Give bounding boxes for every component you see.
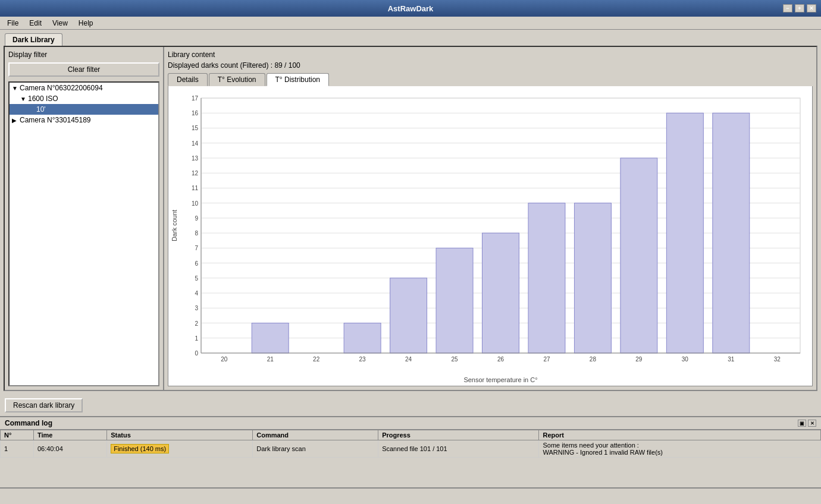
log-ctrl-2[interactable]: ✕ — [808, 420, 816, 427]
command-log-label: Command log — [5, 419, 52, 427]
svg-text:10: 10 — [192, 200, 199, 207]
svg-text:Sensor temperature in C°: Sensor temperature in C° — [463, 376, 537, 383]
title-bar: AstRawDark − + ✕ — [0, 0, 821, 17]
app-title: AstRawDark — [388, 4, 434, 13]
col-progress: Progress — [378, 430, 539, 440]
main-content: Display filter Clear filter ▼Camera N°06… — [0, 46, 821, 416]
svg-text:22: 22 — [313, 356, 320, 363]
maximize-button[interactable]: + — [795, 4, 804, 12]
log-cell-progress: Scanned file 101 / 101 — [378, 440, 539, 458]
tree-label-0: Camera N°063022006094 — [20, 84, 103, 92]
chart-tab-strip: Details T° Evolution T° Distribution — [168, 73, 813, 86]
svg-text:9: 9 — [195, 215, 198, 222]
svg-text:25: 25 — [451, 356, 458, 363]
svg-text:17: 17 — [192, 95, 199, 102]
svg-text:16: 16 — [192, 110, 199, 116]
svg-text:2: 2 — [195, 320, 198, 327]
tab-details[interactable]: Details — [168, 73, 208, 86]
tree-expander-1[interactable]: ▼ — [20, 96, 26, 102]
command-log-header: Command log ▣ ✕ — [0, 417, 821, 430]
tree-expander-0[interactable]: ▼ — [12, 85, 18, 92]
content-area: Display filter Clear filter ▼Camera N°06… — [4, 46, 817, 391]
title-bar-controls: − + ✕ — [783, 4, 816, 12]
tree-item-0[interactable]: ▼Camera N°063022006094 — [10, 83, 158, 93]
svg-text:15: 15 — [192, 125, 199, 131]
svg-rect-37 — [252, 323, 289, 353]
col-command: Command — [253, 430, 378, 440]
svg-text:27: 27 — [543, 356, 550, 363]
tree-view[interactable]: ▼Camera N°063022006094▼1600 ISO10'▶Camer… — [8, 81, 159, 386]
svg-rect-43 — [574, 203, 611, 353]
chart-container: 0123456789101112131415161720212223242526… — [168, 86, 813, 386]
svg-text:12: 12 — [192, 170, 199, 177]
menu-file[interactable]: File — [2, 18, 23, 29]
svg-text:8: 8 — [195, 230, 198, 237]
svg-text:Dark count: Dark count — [171, 210, 178, 241]
col-time: Time — [33, 430, 106, 440]
clear-filter-button[interactable]: Clear filter — [8, 62, 159, 77]
log-controls: ▣ ✕ — [798, 420, 816, 427]
bottom-bar: Rescan dark library — [0, 395, 821, 416]
svg-rect-45 — [666, 113, 703, 353]
svg-text:29: 29 — [635, 356, 643, 363]
distribution-chart: 0123456789101112131415161720212223242526… — [168, 86, 812, 386]
svg-text:11: 11 — [192, 185, 199, 191]
svg-text:31: 31 — [728, 356, 735, 363]
minimize-button[interactable]: − — [783, 4, 792, 12]
svg-text:7: 7 — [195, 245, 198, 251]
svg-rect-44 — [621, 158, 657, 353]
menu-bar: File Edit View Help — [0, 17, 821, 30]
log-ctrl-1[interactable]: ▣ — [798, 420, 806, 427]
col-status: Status — [107, 430, 253, 440]
svg-rect-41 — [482, 233, 519, 353]
tree-label-2: 10' — [36, 105, 46, 114]
svg-text:6: 6 — [195, 260, 198, 267]
svg-text:24: 24 — [405, 356, 412, 363]
tab-distribution[interactable]: T° Distribution — [267, 73, 330, 86]
display-filter-label: Display filter — [8, 51, 159, 59]
svg-text:32: 32 — [774, 356, 781, 363]
menu-help[interactable]: Help — [74, 18, 98, 29]
log-table-wrapper[interactable]: N° Time Status Command Progress Report 1… — [0, 430, 821, 487]
svg-text:3: 3 — [195, 305, 198, 311]
menu-edit[interactable]: Edit — [24, 18, 46, 29]
svg-text:21: 21 — [267, 356, 274, 363]
log-cell-time: 06:40:04 — [33, 440, 106, 458]
svg-rect-38 — [344, 323, 381, 353]
svg-text:1: 1 — [195, 335, 198, 342]
svg-rect-46 — [713, 113, 750, 353]
left-panel: Display filter Clear filter ▼Camera N°06… — [5, 47, 164, 390]
tree-label-1: 1600 ISO — [28, 94, 58, 103]
log-cell-report: Some items need your attention : WARNING… — [539, 440, 821, 458]
command-log-section: Command log ▣ ✕ N° Time Status Command P… — [0, 416, 821, 487]
tab-evolution[interactable]: T° Evolution — [209, 73, 265, 86]
svg-text:20: 20 — [221, 356, 228, 363]
svg-text:30: 30 — [682, 356, 689, 363]
svg-text:13: 13 — [192, 155, 199, 162]
svg-text:5: 5 — [195, 275, 198, 282]
svg-rect-39 — [390, 278, 427, 353]
svg-text:4: 4 — [195, 290, 198, 297]
menu-view[interactable]: View — [48, 18, 73, 29]
dark-library-tab-strip: Dark Library — [0, 30, 821, 46]
log-cell-n: 1 — [1, 440, 34, 458]
tree-expander-3[interactable]: ▶ — [12, 117, 18, 124]
log-table: N° Time Status Command Progress Report 1… — [0, 430, 821, 458]
svg-text:23: 23 — [359, 356, 366, 363]
rescan-button[interactable]: Rescan dark library — [5, 398, 83, 412]
taskbar — [0, 487, 821, 504]
dark-library-tab[interactable]: Dark Library — [5, 33, 62, 46]
tree-item-1[interactable]: ▼1600 ISO — [10, 93, 158, 104]
tree-item-3[interactable]: ▶Camera N°330145189 — [10, 115, 158, 125]
log-row-0: 106:40:04Finished (140 ms)Dark library s… — [1, 440, 821, 458]
right-panel: Library content Displayed darks count (F… — [164, 47, 816, 390]
filtered-count: Displayed darks count (Filtered) : 89 / … — [168, 61, 813, 70]
col-report: Report — [539, 430, 821, 440]
svg-text:14: 14 — [192, 140, 199, 147]
svg-rect-40 — [436, 248, 473, 353]
svg-text:26: 26 — [497, 356, 504, 363]
status-badge: Finished (140 ms) — [111, 444, 169, 453]
tree-item-2[interactable]: 10' — [10, 104, 158, 115]
log-cell-command: Dark library scan — [253, 440, 378, 458]
close-button[interactable]: ✕ — [807, 4, 816, 12]
